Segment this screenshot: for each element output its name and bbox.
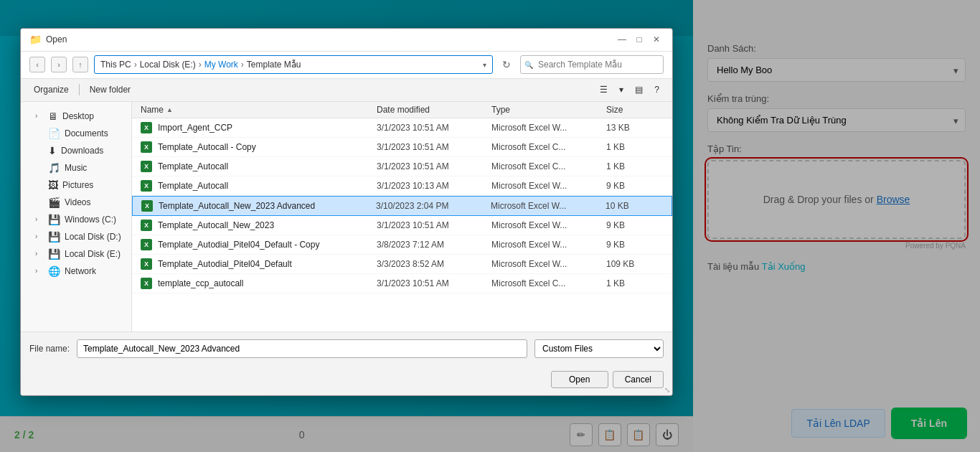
- view-dropdown-button[interactable]: ▾: [615, 83, 628, 96]
- nav-label-network: Network: [65, 266, 96, 276]
- nav-label-desktop: Desktop: [62, 111, 94, 121]
- dialog-title: 📁 Open: [29, 34, 67, 45]
- filename-label: File name:: [29, 344, 70, 354]
- search-input[interactable]: [520, 55, 664, 74]
- table-row[interactable]: X Import_Agent_CCP 3/1/2023 10:51 AM Mic…: [132, 118, 672, 138]
- file-name: Template_Autocall: [158, 181, 228, 191]
- nav-item-downloads[interactable]: ⬇ Downloads: [21, 142, 131, 159]
- address-crumb-thispc: This PC: [100, 60, 131, 70]
- table-row[interactable]: X Template_Autocall 3/1/2023 10:13 AM Mi…: [132, 176, 672, 196]
- table-row[interactable]: X Template_Autocall 3/1/2023 10:51 AM Mi…: [132, 157, 672, 176]
- maximize-button[interactable]: □: [632, 32, 646, 47]
- table-row[interactable]: X Template_Autodial_Pitel04_Default - Co…: [132, 235, 672, 255]
- up-button[interactable]: ↑: [72, 57, 88, 72]
- file-name: Template_Autocall_New_2023 Advanced: [159, 201, 315, 211]
- excel-icon: X: [141, 141, 152, 153]
- dialog-nav: › 🖥 Desktop 📄 Documents ⬇ Downloads 🎵: [21, 102, 132, 331]
- file-size: 9 KB: [606, 240, 664, 250]
- file-size: 109 KB: [606, 259, 664, 269]
- file-name-cell: X Import_Agent_CCP: [141, 122, 377, 133]
- resize-handle[interactable]: ⤡: [662, 385, 672, 395]
- close-button[interactable]: ✕: [649, 32, 664, 47]
- col-date[interactable]: Date modified: [377, 105, 491, 115]
- file-date: 3/10/2023 2:04 PM: [376, 201, 491, 211]
- nav-item-music[interactable]: 🎵 Music: [21, 159, 131, 176]
- nav-item-local-d[interactable]: › 💾 Local Disk (D:): [21, 228, 131, 245]
- filetype-select[interactable]: Custom Files All Files (*.*): [534, 339, 664, 358]
- dialog-titlebar: 📁 Open — □ ✕: [21, 29, 672, 52]
- table-row[interactable]: X Template_Autocall - Copy 3/1/2023 10:5…: [132, 138, 672, 157]
- col-size[interactable]: Size: [606, 105, 664, 115]
- nav-arrow-windows-c: ›: [35, 215, 44, 223]
- nav-item-network[interactable]: › 🌐 Network: [21, 263, 131, 280]
- view-list-button[interactable]: ☰: [595, 83, 612, 96]
- file-size: 10 KB: [606, 201, 663, 211]
- dialog-title-text: Open: [46, 34, 67, 44]
- local-e-icon: 💾: [48, 248, 60, 260]
- file-type: Microsoft Excel C...: [491, 161, 606, 171]
- file-name: Template_Autodial_Pitel04_Default: [158, 259, 292, 269]
- file-name-cell: X Template_Autocall: [141, 180, 377, 192]
- dialog-controls: — □ ✕: [615, 32, 664, 47]
- file-type: Microsoft Excel W...: [491, 201, 606, 211]
- file-size: 1 KB: [606, 278, 664, 288]
- view-details-button[interactable]: ▤: [631, 83, 647, 96]
- file-name: Import_Agent_CCP: [158, 123, 232, 133]
- nav-item-desktop[interactable]: › 🖥 Desktop: [21, 108, 131, 125]
- col-type[interactable]: Type: [491, 105, 606, 115]
- nav-label-pictures: Pictures: [62, 180, 93, 190]
- nav-item-pictures[interactable]: 🖼 Pictures: [21, 176, 131, 194]
- local-d-icon: 💾: [48, 231, 60, 243]
- cancel-button[interactable]: Cancel: [613, 371, 664, 388]
- file-date: 3/8/2023 7:12 AM: [377, 240, 491, 250]
- table-row[interactable]: X Template_Autodial_Pitel04_Default 3/3/…: [132, 255, 672, 274]
- help-button[interactable]: ?: [650, 83, 664, 96]
- address-crumb-mywork: My Work: [204, 60, 238, 70]
- videos-icon: 🎬: [48, 197, 60, 208]
- table-row[interactable]: X template_ccp_autocall 3/1/2023 10:51 A…: [132, 274, 672, 293]
- forward-button[interactable]: ›: [51, 57, 67, 72]
- excel-icon: X: [141, 220, 152, 231]
- table-row[interactable]: X Template_Autocall_New_2023 Advanced 3/…: [132, 196, 672, 216]
- nav-item-local-e[interactable]: › 💾 Local Disk (E:): [21, 245, 131, 263]
- file-date: 3/1/2023 10:51 AM: [377, 278, 491, 288]
- file-type: Microsoft Excel C...: [491, 278, 606, 288]
- nav-label-music: Music: [65, 163, 87, 173]
- nav-item-videos[interactable]: 🎬 Videos: [21, 194, 131, 211]
- windows-c-icon: 💾: [48, 214, 60, 225]
- file-name-cell: X Template_Autocall_New_2023 Advanced: [141, 200, 376, 212]
- file-date: 3/3/2023 8:52 AM: [377, 259, 491, 269]
- minimize-button[interactable]: —: [615, 32, 629, 47]
- address-field[interactable]: This PC › Local Disk (E:) › My Work › Te…: [94, 55, 493, 74]
- file-name-cell: X Template_Autocall_New_2023: [141, 220, 377, 231]
- toolbar-right: ☰ ▾ ▤ ?: [595, 83, 664, 96]
- file-size: 13 KB: [606, 123, 664, 133]
- dialog-action-btns: Open Cancel: [29, 371, 664, 388]
- open-button[interactable]: Open: [551, 371, 608, 388]
- nav-label-windows-c: Windows (C:): [65, 215, 116, 225]
- organize-button[interactable]: Organize: [29, 83, 73, 96]
- refresh-button[interactable]: ↻: [499, 57, 514, 72]
- file-type: Microsoft Excel W...: [491, 123, 606, 133]
- new-folder-button[interactable]: New folder: [85, 83, 135, 96]
- file-name-cell: X Template_Autodial_Pitel04_Default - Co…: [141, 239, 377, 250]
- back-button[interactable]: ‹: [29, 57, 45, 72]
- excel-icon: X: [141, 180, 152, 192]
- address-dropdown-arrow[interactable]: ▾: [483, 61, 486, 69]
- dialog-addressbar: ‹ › ↑ This PC › Local Disk (E:) › My Wor…: [21, 52, 672, 79]
- file-name-cell: X Template_Autocall: [141, 161, 377, 172]
- nav-item-windows-c[interactable]: › 💾 Windows (C:): [21, 211, 131, 228]
- file-size: 9 KB: [606, 220, 664, 230]
- nav-label-local-e: Local Disk (E:): [65, 249, 121, 259]
- excel-icon: X: [141, 122, 152, 133]
- nav-item-documents[interactable]: 📄 Documents: [21, 125, 131, 142]
- filename-input[interactable]: [77, 339, 527, 358]
- file-date: 3/1/2023 10:51 AM: [377, 220, 491, 230]
- dialog-title-icon: 📁: [29, 34, 42, 45]
- col-name[interactable]: Name ▲: [141, 105, 377, 115]
- network-icon: 🌐: [48, 265, 60, 277]
- file-date: 3/1/2023 10:51 AM: [377, 142, 491, 152]
- file-rows-container: X Import_Agent_CCP 3/1/2023 10:51 AM Mic…: [132, 118, 672, 293]
- table-row[interactable]: X Template_Autocall_New_2023 3/1/2023 10…: [132, 216, 672, 235]
- desktop-icon: 🖥: [48, 110, 58, 122]
